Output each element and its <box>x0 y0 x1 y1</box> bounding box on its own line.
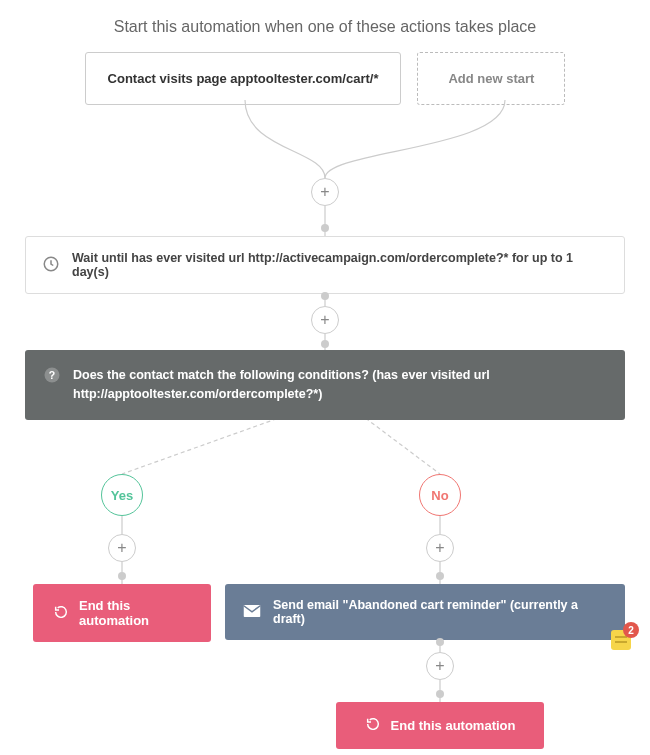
flow-dot <box>436 690 444 698</box>
flow-dot <box>118 572 126 580</box>
flow-dot <box>321 292 329 300</box>
condition-step-box[interactable]: ? Does the contact match the following c… <box>25 350 625 420</box>
email-icon <box>243 604 261 621</box>
yes-branch-badge: Yes <box>101 474 143 516</box>
add-step-button-no-1[interactable]: + <box>426 534 454 562</box>
add-step-button-1[interactable]: + <box>311 178 339 206</box>
clock-icon <box>42 255 60 276</box>
end-automation-label: End this automation <box>391 718 516 733</box>
flow-dot <box>436 638 444 646</box>
end-automation-no-button[interactable]: End this automation <box>336 702 544 749</box>
question-icon: ? <box>43 366 61 390</box>
loop-end-icon <box>365 716 381 735</box>
note-badge-count: 2 <box>623 622 639 638</box>
start-row: Contact visits page apptooltester.com/ca… <box>0 52 650 105</box>
add-step-button-2[interactable]: + <box>311 306 339 334</box>
start-trigger-label: Contact visits page apptooltester.com/ca… <box>108 71 379 86</box>
note-icon: 2 <box>611 630 631 650</box>
loop-end-icon <box>53 604 69 623</box>
wait-step-text: Wait until has ever visited url http://a… <box>72 251 608 279</box>
yes-label: Yes <box>111 488 133 503</box>
automation-heading: Start this automation when one of these … <box>0 0 650 36</box>
send-email-step-button[interactable]: Send email "Abandoned cart reminder" (cu… <box>225 584 625 640</box>
wait-step-box[interactable]: Wait until has ever visited url http://a… <box>25 236 625 294</box>
send-email-label: Send email "Abandoned cart reminder" (cu… <box>273 598 607 626</box>
condition-step-text: Does the contact match the following con… <box>73 366 607 404</box>
flow-dot <box>436 572 444 580</box>
flow-dot <box>321 224 329 232</box>
no-label: No <box>431 488 448 503</box>
no-branch-badge: No <box>419 474 461 516</box>
add-step-button-no-2[interactable]: + <box>426 652 454 680</box>
svg-text:?: ? <box>49 369 55 381</box>
start-trigger-box[interactable]: Contact visits page apptooltester.com/ca… <box>85 52 402 105</box>
flow-dot <box>321 340 329 348</box>
add-new-start-label: Add new start <box>448 71 534 86</box>
end-automation-yes-button[interactable]: End this automation <box>33 584 211 642</box>
add-new-start-button[interactable]: Add new start <box>417 52 565 105</box>
end-automation-label: End this automation <box>79 598 191 628</box>
add-step-button-yes[interactable]: + <box>108 534 136 562</box>
